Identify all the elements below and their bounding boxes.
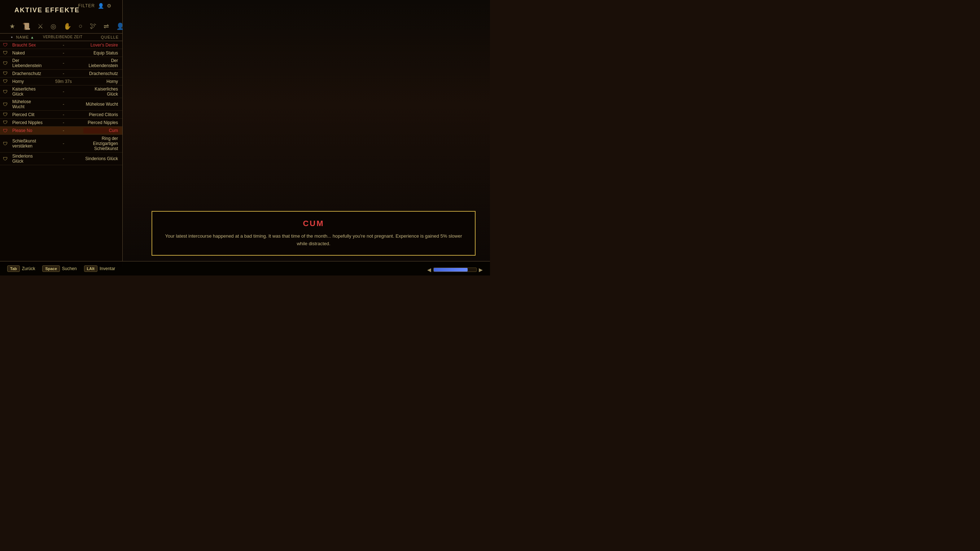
key-hint: SpaceSuchen [42,265,76,272]
effect-time: - [44,112,83,117]
effect-name: Schießkunst verstärken [11,138,44,149]
effect-source: Cum [83,128,119,133]
panel-title: AKTIVE EFFEKTE [4,3,90,17]
effect-icon: 🛡 [3,89,11,94]
effect-time: - [44,43,83,48]
effect-icon: 🛡 [3,120,11,125]
effect-icon: 🛡 [3,50,11,56]
effect-time: - [44,141,83,146]
effect-time: - [44,128,83,133]
progress-bar [433,268,477,272]
effect-source: Der Liebendenstein [83,58,119,68]
effect-source: Drachenschutz [83,71,119,76]
effect-time: - [44,156,83,161]
info-text: Your latest intercourse happened at a ba… [163,233,464,248]
effect-name: Horny [11,79,44,84]
effect-source: Mühelose Wucht [83,102,119,107]
effect-row[interactable]: 🛡Kaiserliches Glück-Kaiserliches Glück [0,86,123,98]
key-label: Zurück [22,266,35,271]
info-title: CUM [163,219,464,228]
effect-name: Der Liebendenstein [11,58,44,68]
effect-icon: 🛡 [3,128,11,133]
effect-row[interactable]: 🛡Mühelose Wucht-Mühelose Wucht [0,98,123,111]
effect-source: Sinderions Glück [83,156,119,161]
table-header: ● NAME ▲ VERBLEIBENDE ZEIT QUELLE [0,33,123,41]
effect-row[interactable]: 🛡Drachenschutz-Drachenschutz [0,70,123,78]
col-name-header: ● NAME ▲ [11,35,43,39]
bottom-bar: TabZurückSpaceSuchenLAltInventar [0,261,490,275]
effect-source: Horny [83,79,119,84]
effect-icon: 🛡 [3,60,11,66]
filter-settings-icon[interactable]: ⚙ [107,3,111,9]
key-box[interactable]: Space [42,265,59,272]
icon-circle[interactable]: ◎ [48,21,59,32]
icon-bar: ★ 📜 ⚔ ◎ ✋ ○ 🕊 ⇌ 👤 🛡 ▲ [0,19,123,33]
effect-name: Sinderions Glück [11,154,44,164]
effect-source: Pierced Nipples [83,120,119,125]
corner-tl [151,211,158,217]
effect-name: Braucht Sex [11,43,44,48]
info-box: CUM Your latest intercourse happened at … [151,211,476,256]
effects-list: 🛡Braucht Sex-Lover's Desire🛡Naked-Equip … [0,41,123,165]
filter-label: FILTER [78,3,95,8]
effect-row[interactable]: 🛡Horny59m 37sHorny [0,78,123,86]
icon-mask[interactable]: ○ [76,21,85,32]
corner-tr [470,211,476,217]
effect-row[interactable]: 🛡Please No-Cum [0,127,123,135]
effect-row[interactable]: 🛡Pierced Clit-Pierced Clitoris [0,111,123,119]
effect-icon: 🛡 [3,79,11,84]
filter-person-icon[interactable]: 👤 [98,3,104,9]
effect-row[interactable]: 🛡Braucht Sex-Lover's Desire [0,41,123,49]
key-hint: TabZurück [7,265,35,272]
key-box[interactable]: LAlt [84,265,97,272]
key-hint: LAltInventar [84,265,116,272]
left-panel: AKTIVE EFFEKTE FILTER 👤 ⚙ ★ 📜 ⚔ ◎ ✋ ○ 🕊 … [0,0,123,267]
filter-area: FILTER 👤 ⚙ [78,3,111,9]
effect-name: Pierced Nipples [11,120,44,125]
progress-bar-fill [434,268,468,272]
effect-source: Equip Status [83,51,119,56]
key-label: Suchen [62,266,77,271]
effect-source: Ring der Einzigartigen Schießkunst [83,136,119,151]
effect-row[interactable]: 🛡Der Liebendenstein-Der Liebendenstein [0,57,123,70]
effect-name: Naked [11,51,44,56]
key-label: Inventar [100,266,115,271]
effect-icon: 🛡 [3,112,11,117]
progress-left-arrow[interactable]: ◀ [427,267,431,273]
effect-time: - [44,89,83,94]
effect-icon: 🛡 [3,71,11,76]
effect-name: Kaiserliches Glück [11,87,44,97]
sort-icon: ▲ [30,35,34,39]
progress-right-arrow[interactable]: ▶ [479,267,483,273]
icon-hand[interactable]: ✋ [61,21,73,32]
effect-name: Pierced Clit [11,112,44,117]
key-box[interactable]: Tab [7,265,20,272]
effect-icon: 🛡 [3,141,11,146]
effect-name: Please No [11,128,44,133]
icon-arrows[interactable]: ⇌ [102,21,111,32]
effect-time: - [44,102,83,107]
effect-source: Kaiserliches Glück [83,87,119,97]
corner-br [470,250,476,256]
icon-sword[interactable]: ⚔ [35,21,46,32]
effect-row[interactable]: 🛡Pierced Nipples-Pierced Nipples [0,119,123,127]
icon-book[interactable]: 📜 [20,21,32,32]
effect-time: - [44,51,83,56]
col-source-header: QUELLE [83,35,119,39]
effect-time: - [44,120,83,125]
effect-icon: 🛡 [3,156,11,162]
effect-name: Mühelose Wucht [11,99,44,109]
progress-area: ◀ ▶ [427,267,483,273]
icon-star[interactable]: ★ [7,21,18,32]
effect-row[interactable]: 🛡Sinderions Glück-Sinderions Glück [0,152,123,165]
corner-bl [151,250,158,256]
effect-row[interactable]: 🛡Schießkunst verstärken-Ring der Einziga… [0,135,123,152]
col-time-header: VERBLEIBENDE ZEIT [43,35,83,39]
effect-name: Drachenschutz [11,71,44,76]
icon-bird[interactable]: 🕊 [88,21,99,32]
effect-time: - [44,60,83,66]
effect-source: Pierced Clitoris [83,112,119,117]
effect-time: 59m 37s [44,79,83,84]
effect-row[interactable]: 🛡Naked-Equip Status [0,49,123,57]
effect-icon: 🛡 [3,42,11,48]
